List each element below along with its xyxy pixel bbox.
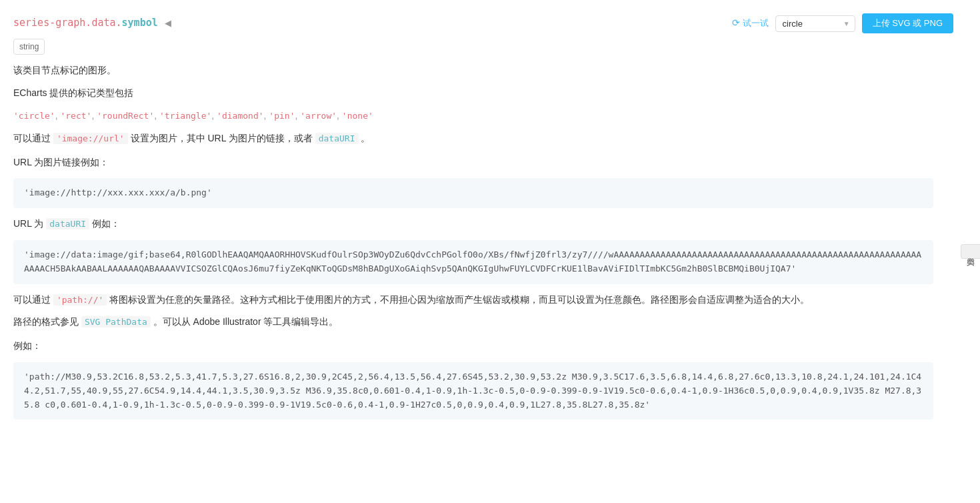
path-line2-text: 路径的格式参见: [13, 316, 79, 327]
datauri-prefix: URL 为: [13, 218, 43, 229]
symbol-select[interactable]: circle rect roundRect triangle diamond p…: [775, 15, 855, 32]
type-badge: string: [13, 39, 45, 55]
path-example-text: 'path://M30.9,53.2C16.8,53.2,5.3,41.7,5.…: [24, 372, 921, 410]
symbols-line: 'circle', 'rect', 'roundRect', 'triangle…: [13, 108, 933, 124]
sym-none: 'none': [342, 111, 373, 121]
header-row: series-graph.data.symbol ◀ ⟳ 试一试 circle …: [13, 13, 953, 33]
datauri-desc: URL 为 dataURI 例如：: [13, 216, 933, 232]
try-link[interactable]: ⟳ 试一试: [732, 15, 769, 31]
description-line1: 该类目节点标记的图形。: [13, 63, 933, 79]
page-container: series-graph.data.symbol ◀ ⟳ 试一试 circle …: [0, 0, 980, 441]
description-line2: ECharts 提供的标记类型包括: [13, 85, 933, 101]
path-desc: 可以通过 'path://' 将图标设置为任意的矢量路径。这种方式相比于使用图片…: [13, 292, 933, 308]
url-example-label: URL 为图片链接例如：: [13, 155, 933, 171]
sym-pin: 'pin': [269, 111, 295, 121]
datauri-inline-code: dataURI: [315, 133, 359, 144]
datauri-suffix: 例如：: [92, 218, 120, 229]
url-code-block: 'image://http://xxx.xxx.xxx/a/b.png': [13, 178, 933, 208]
breadcrumb-symbol: symbol: [122, 17, 158, 29]
breadcrumb: series-graph.data.symbol: [13, 15, 158, 32]
datauri-example-text: 'image://data:image/gif;base64,R0lGODlhE…: [24, 249, 921, 274]
collapse-arrow-icon[interactable]: ◀: [165, 16, 171, 31]
sym-triangle: 'triangle': [159, 111, 211, 121]
header-right: ⟳ 试一试 circle rect roundRect triangle dia…: [732, 13, 953, 33]
try-label: 试一试: [743, 16, 769, 31]
path-code-block: 'path://M30.9,53.2C16.8,53.2,5.3,41.7,5.…: [13, 362, 933, 420]
content-area: string 该类目节点标记的图形。 ECharts 提供的标记类型包括 'ci…: [13, 39, 933, 420]
sym-rect: 'rect': [60, 111, 91, 121]
sym-diamond: 'diamond': [217, 111, 263, 121]
image-url-suffix2: 。: [361, 133, 370, 143]
path-line2-suffix: 。可以从 Adobe Illustrator 等工具编辑导出。: [153, 316, 339, 327]
breadcrumb-prefix: series-graph.data.: [13, 17, 122, 29]
path-example-label: 例如：: [13, 338, 933, 354]
path-suffix: 将图标设置为任意的矢量路径。这种方式相比于使用图片的方式，不用担心因为缩放而产生…: [109, 294, 809, 305]
sym-circle: 'circle': [13, 111, 55, 121]
datauri-code-block: 'image://data:image/gif;base64,R0lGODlhE…: [13, 240, 933, 284]
image-url-suffix: 设置为图片，其中 URL 为图片的链接，或者: [131, 133, 313, 143]
header-left: series-graph.data.symbol ◀: [13, 15, 171, 32]
path-code: 'path://': [53, 294, 107, 306]
echarts-text: ECharts 提供的标记类型包括: [13, 87, 133, 98]
symbol-select-wrapper[interactable]: circle rect roundRect triangle diamond p…: [775, 15, 855, 32]
image-url-code: 'image://url': [53, 133, 128, 144]
path-prefix: 可以通过: [13, 294, 51, 305]
datauri-code: dataURI: [46, 218, 89, 229]
upload-button[interactable]: 上传 SVG 或 PNG: [862, 13, 953, 33]
refresh-icon: ⟳: [732, 15, 740, 31]
image-url-desc: 可以通过 'image://url' 设置为图片，其中 URL 为图片的链接，或…: [13, 131, 933, 147]
sym-arrow: 'arrow': [300, 111, 337, 121]
image-url-prefix: 可以通过: [13, 133, 51, 143]
svg-pathdata-link[interactable]: SVG PathData: [81, 316, 151, 328]
sym-roundrect: 'roundRect': [97, 111, 154, 121]
side-panel-handle[interactable]: 归类: [961, 244, 980, 259]
path-line2: 路径的格式参见 SVG PathData 。可以从 Adobe Illustra…: [13, 314, 933, 330]
url-example-text: 'image://http://xxx.xxx.xxx/a/b.png': [24, 187, 212, 197]
